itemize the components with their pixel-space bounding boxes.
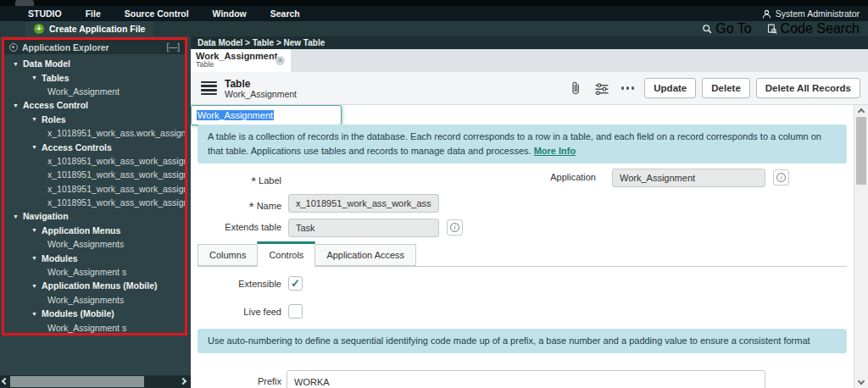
tree-node-tables[interactable]: Tables: [4, 70, 185, 84]
tree-leaf-acl-read[interactable]: x_1018951_work_ass_work_assignment (r: [4, 154, 185, 168]
caret-down-icon[interactable]: [31, 144, 38, 150]
tree-leaf-table-work-assignment[interactable]: Work_Assignment: [4, 85, 185, 98]
record-name-subtitle: Work_Assignment: [225, 89, 297, 99]
tree-node-application-menus-mobile[interactable]: Application Menus (Mobile): [4, 279, 185, 292]
delete-all-records-button[interactable]: Delete All Records: [756, 78, 860, 98]
browser-mini-tab: [15, 0, 34, 6]
live-feed-label: Live feed: [191, 307, 281, 317]
caret-down-icon[interactable]: [31, 283, 38, 289]
document-tabstrip: Work_Assignment Table ✕: [191, 49, 868, 72]
tab-application-access[interactable]: Application Access: [315, 244, 416, 266]
sidebar-horizontal-scrollbar[interactable]: [0, 375, 191, 388]
more-options-icon[interactable]: [621, 86, 635, 90]
table-info-banner: A table is a collection of records in th…: [198, 125, 847, 164]
tree-node-access-controls[interactable]: Access Controls: [4, 140, 185, 153]
menu-source-control[interactable]: Source Control: [125, 8, 189, 19]
prefix-field-label: Prefix: [191, 376, 281, 386]
attachment-paperclip-icon[interactable]: [570, 81, 582, 96]
browser-edge-strip: [0, 0, 868, 6]
application-explorer-sidebar: Application Explorer [—] Data Model Tabl…: [0, 36, 191, 388]
tree-node-modules-mobile[interactable]: Modules (Mobile): [4, 307, 185, 320]
required-asterisk: *: [251, 174, 256, 188]
extensible-label: Extensible: [191, 279, 281, 289]
user-menu[interactable]: System Administrator: [762, 8, 860, 19]
caret-down-icon[interactable]: [31, 227, 38, 233]
scrollbar-thumb[interactable]: [10, 376, 144, 387]
scroll-right-icon[interactable]: [180, 378, 186, 385]
scrollbar-thumb[interactable]: [856, 117, 866, 185]
tree-leaf-module[interactable]: Work_Assignment s: [4, 265, 185, 279]
tab-controls[interactable]: Controls: [257, 241, 315, 267]
tree-node-modules[interactable]: Modules: [4, 251, 185, 264]
highlight-red-border: Application Explorer [—] Data Model Tabl…: [2, 37, 187, 335]
tree-node-access-control[interactable]: Access Control: [4, 98, 185, 112]
name-field-label: *Name: [191, 197, 281, 212]
tree-leaf-role[interactable]: x_1018951_work_ass.work_assignment_u: [4, 126, 185, 140]
tree-leaf-app-menu[interactable]: Work_Assignments: [4, 237, 185, 251]
explorer-target-icon: [9, 43, 18, 52]
code-search-button[interactable]: Code Search: [767, 21, 860, 36]
tab-columns[interactable]: Columns: [198, 244, 257, 266]
collapse-explorer-button[interactable]: [—]: [166, 42, 180, 52]
tree-leaf-acl-write[interactable]: x_1018951_work_ass_work_assignment (w: [4, 168, 185, 181]
menu-window[interactable]: Window: [213, 8, 247, 19]
name-input[interactable]: [288, 194, 439, 213]
caret-down-icon[interactable]: [31, 75, 38, 80]
application-explorer-header[interactable]: Application Explorer [—]: [4, 40, 185, 54]
required-asterisk: *: [249, 199, 254, 213]
info-icon: i: [776, 173, 786, 182]
tree-leaf-module-mobile[interactable]: Work_Assignment s: [4, 320, 185, 334]
extends-table-info-button[interactable]: i: [447, 219, 463, 236]
menu-studio[interactable]: STUDIO: [28, 8, 62, 19]
info-icon: i: [450, 223, 459, 232]
tab-subtitle: Table: [196, 60, 286, 69]
live-feed-checkbox[interactable]: [288, 304, 303, 319]
application-info-button[interactable]: i: [773, 169, 789, 186]
prefix-input[interactable]: [287, 370, 765, 388]
tree-leaf-acl-create[interactable]: x_1018951_work_ass_work_assignment (c: [4, 182, 185, 196]
caret-down-icon[interactable]: [13, 103, 19, 108]
tree-leaf-acl-delete[interactable]: x_1018951_work_ass_work_assignment (d: [4, 196, 185, 209]
plus-icon: +: [34, 24, 44, 34]
caret-down-icon[interactable]: [31, 311, 38, 317]
code-search-label: Code Search: [781, 21, 860, 36]
tree-node-application-menus[interactable]: Application Menus: [4, 224, 185, 237]
tab-work-assignment[interactable]: Work_Assignment Table ✕: [191, 49, 291, 72]
caret-down-icon[interactable]: [13, 61, 19, 67]
menu-file[interactable]: File: [86, 8, 101, 19]
personalize-form-sliders-icon[interactable]: [594, 82, 609, 95]
studio-actionbar: + Create Application File Go To Code Sea…: [0, 21, 868, 36]
menu-search[interactable]: Search: [270, 8, 300, 19]
application-input[interactable]: [612, 169, 765, 187]
create-application-file-tab[interactable]: + Create Application File: [25, 21, 153, 36]
caret-down-icon[interactable]: [13, 213, 19, 219]
go-to-button[interactable]: Go To: [702, 21, 751, 36]
extends-table-input[interactable]: [288, 219, 439, 237]
selected-text: Work_Assignment: [197, 110, 274, 120]
extensible-checkbox[interactable]: ✓: [288, 276, 303, 291]
caret-down-icon[interactable]: [31, 116, 38, 122]
scroll-down-icon[interactable]: [858, 378, 865, 385]
close-icon[interactable]: ✕: [275, 56, 285, 65]
record-header: Table Work_Assignment Update Delete Dele…: [191, 72, 868, 105]
table-info-text: A table is a collection of records in th…: [208, 131, 821, 156]
context-menu-icon[interactable]: [201, 81, 217, 95]
main-vertical-scrollbar[interactable]: [854, 105, 868, 388]
tree-node-roles[interactable]: Roles: [4, 113, 185, 126]
go-to-label: Go To: [715, 21, 751, 36]
form-content: A table is a collection of records in th…: [191, 105, 854, 388]
extends-table-field-label: Extends table: [191, 222, 281, 232]
record-type-title: Table: [225, 78, 297, 90]
caret-down-icon[interactable]: [31, 255, 38, 261]
tree-node-data-model[interactable]: Data Model: [4, 57, 185, 70]
auto-numbering-text: Use auto-numbering to define a sequentia…: [208, 335, 810, 346]
scroll-up-icon[interactable]: [858, 108, 865, 115]
more-info-link[interactable]: More Info: [534, 146, 576, 156]
label-input[interactable]: Work_Assignment: [191, 105, 342, 125]
delete-button[interactable]: Delete: [702, 78, 750, 98]
tree-node-navigation[interactable]: Navigation: [4, 209, 185, 223]
person-icon: [762, 9, 771, 19]
tree-leaf-app-menu-mobile[interactable]: Work_Assignments: [4, 293, 185, 307]
scroll-left-icon[interactable]: [2, 378, 8, 385]
update-button[interactable]: Update: [644, 78, 696, 98]
